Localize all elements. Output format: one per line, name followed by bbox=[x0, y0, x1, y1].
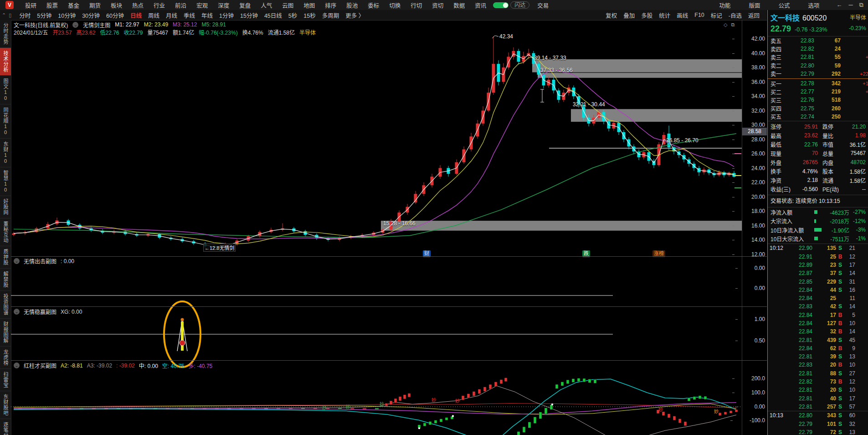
chart-tool-复权[interactable]: 复权 bbox=[606, 11, 617, 20]
order-book-row[interactable]: 买五22.74250 bbox=[768, 113, 868, 121]
toolbar-collapse-icon[interactable]: ⌃▯ bbox=[2, 12, 11, 18]
sidebar-item-质押股[interactable]: 质押股 bbox=[0, 246, 11, 269]
sector-tag[interactable]: 半导体 bbox=[850, 13, 866, 21]
chevron-down-icon[interactable]: ⌄ bbox=[72, 22, 78, 28]
sidebar-item-投资图谱[interactable]: 投资图谱 bbox=[0, 291, 11, 319]
sidebar-item-东财10[interactable]: 东财10 bbox=[0, 139, 11, 167]
axis-label: 16.00 bbox=[751, 223, 765, 229]
diamond-icon[interactable]: ◇ bbox=[724, 22, 727, 28]
period-30分钟[interactable]: 30分钟 bbox=[79, 11, 103, 20]
menu-item-板块[interactable]: 板块 bbox=[106, 1, 127, 10]
chevron-down-icon[interactable]: ⌄ bbox=[14, 362, 20, 368]
order-book-row[interactable]: 买三22.76518 bbox=[768, 96, 868, 104]
period-季线[interactable]: 季线 bbox=[180, 11, 198, 20]
menu-item-人气[interactable]: 人气 bbox=[256, 1, 277, 10]
menu-item-切换[interactable]: 切换 bbox=[384, 1, 406, 10]
sidebar-item-分时走势[interactable]: 分时走势 bbox=[0, 20, 11, 48]
period-5分钟[interactable]: 5分钟 bbox=[34, 11, 55, 20]
chevron-down-icon[interactable]: ⌄ bbox=[14, 309, 20, 315]
sidebar-item-东财股吧[interactable]: 东财股吧 bbox=[0, 391, 11, 419]
split-window-icon[interactable]: ⧉ bbox=[731, 22, 734, 28]
order-book-row[interactable]: 买一22.78342+10 bbox=[768, 79, 868, 88]
menu-item-排序[interactable]: 排序 bbox=[320, 1, 341, 10]
menu-item-交易[interactable]: 交易 bbox=[532, 1, 554, 10]
menu-item-云图[interactable]: 云图 bbox=[277, 1, 298, 10]
menu-item-股票[interactable]: 股票 bbox=[41, 1, 63, 10]
menu-item-功能[interactable]: 功能 bbox=[714, 1, 735, 10]
chart-tool-多股[interactable]: 多股 bbox=[641, 11, 652, 20]
menu-item-深度[interactable]: 深度 bbox=[213, 1, 234, 10]
menu-item-行切[interactable]: 行切 bbox=[406, 1, 427, 10]
order-book-row[interactable]: 买四22.75260 bbox=[768, 104, 868, 113]
sidebar-item-董秘互动[interactable]: 董秘互动 bbox=[0, 218, 11, 246]
menu-item-选项[interactable]: 选项 bbox=[803, 1, 824, 10]
peak-arrow bbox=[492, 36, 498, 38]
minimize-icon[interactable]: ─ bbox=[848, 1, 853, 9]
period-月线[interactable]: 月线 bbox=[163, 11, 180, 20]
menu-item-复盘[interactable]: 复盘 bbox=[234, 1, 256, 10]
sidebar-item-财报图解[interactable]: 财报图解 bbox=[0, 319, 11, 347]
menu-item-公式[interactable]: 公式 bbox=[773, 1, 795, 10]
sidebar-item-图文10[interactable]: 图文10 bbox=[0, 76, 11, 104]
order-book-row[interactable]: 卖一22.79292+227 bbox=[768, 70, 868, 78]
sidebar-item-同花顺10[interactable]: 同花顺10 bbox=[0, 104, 11, 139]
period-更多 〉[interactable]: 更多 〉 bbox=[342, 11, 367, 20]
menu-item-基金[interactable]: 基金 bbox=[63, 1, 84, 10]
period-60分钟[interactable]: 60分钟 bbox=[103, 11, 127, 20]
flash-order-toggle[interactable] bbox=[493, 2, 508, 8]
menu-item-宏观[interactable]: 宏观 bbox=[191, 1, 213, 10]
menu-item-版面[interactable]: 版面 bbox=[744, 1, 765, 10]
chart-tool-叠加[interactable]: 叠加 bbox=[623, 11, 635, 20]
menu-item-地图[interactable]: 地图 bbox=[298, 1, 320, 10]
back-icon[interactable]: ← bbox=[836, 1, 842, 9]
menu-item-委标[interactable]: 委标 bbox=[363, 1, 384, 10]
maximize-icon[interactable]: ⧉ bbox=[859, 1, 863, 9]
period-15秒[interactable]: 15秒 bbox=[300, 11, 318, 20]
panel-header-field: XG: 0.00 bbox=[61, 309, 82, 315]
tick-list[interactable]: 10:1222.90135S2122.9125B1222.8923S1722.8… bbox=[768, 244, 868, 435]
period-日线[interactable]: 日线 bbox=[127, 11, 145, 20]
sidebar-item-龙虎榜[interactable]: 龙虎榜 bbox=[0, 347, 11, 369]
menu-item-期货[interactable]: 期货 bbox=[84, 1, 106, 10]
tick-side: S bbox=[836, 370, 844, 377]
period-年线[interactable]: 年线 bbox=[198, 11, 216, 20]
menu-item-行业[interactable]: 行业 bbox=[149, 1, 170, 10]
sidebar-item-技术分析[interactable]: 技术分析 bbox=[0, 48, 11, 76]
order-book-row[interactable]: 卖三22.8155+4 bbox=[768, 53, 868, 61]
toolbar-box-icon[interactable]: ▯ bbox=[9, 12, 11, 18]
period-45日线[interactable]: 45日线 bbox=[261, 11, 285, 20]
sidebar-item-好股网[interactable]: 好股网 bbox=[0, 196, 11, 218]
tick-price: 22.80 bbox=[787, 412, 812, 419]
period-多周期[interactable]: 多周期 bbox=[319, 11, 343, 20]
menu-item-前沿[interactable]: 前沿 bbox=[170, 1, 191, 10]
order-book-row[interactable]: 卖五22.8367 bbox=[768, 36, 868, 45]
chart-tool-统计[interactable]: 统计 bbox=[659, 11, 670, 20]
menu-item-数据[interactable]: 数据 bbox=[448, 1, 470, 10]
menu-item-投研[interactable]: 投研 bbox=[20, 1, 41, 10]
chart-tool-F10[interactable]: F10 bbox=[694, 12, 704, 18]
menu-item-热点[interactable]: 热点 bbox=[127, 1, 149, 10]
period-1分钟[interactable]: 1分钟 bbox=[216, 11, 237, 20]
period-周线[interactable]: 周线 bbox=[145, 11, 163, 20]
chart-tool-返回[interactable]: 返回 bbox=[748, 11, 760, 20]
sidebar-item-解禁股[interactable]: 解禁股 bbox=[0, 269, 11, 291]
period-5秒[interactable]: 5秒 bbox=[285, 11, 300, 20]
chart-tool-标记[interactable]: 标记 bbox=[711, 11, 722, 20]
period-10分钟[interactable]: 10分钟 bbox=[55, 11, 79, 20]
chevron-down-icon[interactable]: ⌄ bbox=[14, 258, 20, 264]
order-book-row[interactable]: 卖二22.8059 bbox=[768, 62, 868, 70]
sidebar-item-扫雷宝[interactable]: 扫雷宝 bbox=[0, 369, 11, 391]
menu-item-资切[interactable]: 资切 bbox=[427, 1, 448, 10]
period-15分钟[interactable]: 15分钟 bbox=[237, 11, 261, 20]
menu-item-资讯[interactable]: 资讯 bbox=[470, 1, 491, 10]
chart-canvas[interactable]: 抄抄抄妙妙妙妙 bbox=[11, 36, 742, 435]
menu-item-股池[interactable]: 股池 bbox=[341, 1, 363, 10]
app-logo-icon[interactable]: V bbox=[5, 1, 14, 9]
order-book-row[interactable]: 买二22.77219+4 bbox=[768, 88, 868, 96]
chart-tool-画线[interactable]: 画线 bbox=[677, 11, 688, 20]
order-book-row[interactable]: 卖四22.8224 bbox=[768, 45, 868, 53]
sidebar-item-智慧10[interactable]: 智慧10 bbox=[0, 167, 11, 196]
period-分时[interactable]: 分时 bbox=[16, 11, 34, 20]
chart-tool--自选[interactable]: -自选 bbox=[729, 11, 742, 20]
sidebar-item-逐笔分析[interactable]: 逐笔分析 bbox=[0, 419, 11, 435]
